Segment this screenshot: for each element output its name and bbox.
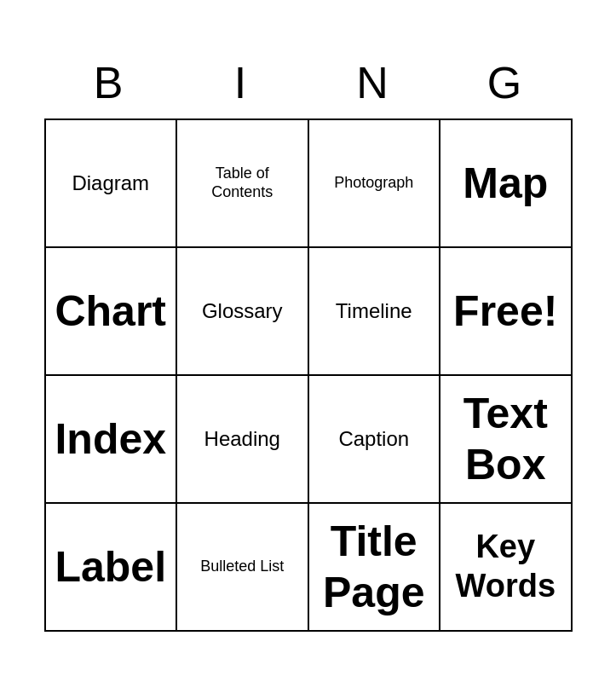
header-letter-g: G xyxy=(440,50,573,115)
bingo-cell-r3-c0[interactable]: Label xyxy=(46,504,178,632)
cell-text-r0-c2: Photograph xyxy=(334,174,413,193)
bingo-cell-r0-c2[interactable]: Photograph xyxy=(309,120,441,248)
bingo-cell-r3-c3[interactable]: Key Words xyxy=(440,504,573,632)
header-letter-b: B xyxy=(44,50,176,115)
cell-text-r2-c3: Text Box xyxy=(447,388,564,490)
cell-text-r1-c2: Timeline xyxy=(336,299,412,324)
cell-text-r3-c3: Key Words xyxy=(447,528,564,605)
cell-text-r2-c2: Caption xyxy=(338,427,409,452)
bingo-cell-r2-c1[interactable]: Heading xyxy=(177,376,309,504)
cell-text-r0-c0: Diagram xyxy=(72,171,149,196)
header-letter-n: N xyxy=(308,50,440,115)
header-letter-i: I xyxy=(176,50,308,115)
bingo-cell-r1-c0[interactable]: Chart xyxy=(46,248,178,376)
cell-text-r2-c0: Index xyxy=(55,413,166,465)
bingo-cell-r1-c2[interactable]: Timeline xyxy=(309,248,441,376)
bingo-card: BING DiagramTable of ContentsPhotographM… xyxy=(36,42,581,640)
cell-text-r3-c0: Label xyxy=(55,541,166,592)
cell-text-r1-c3: Free! xyxy=(453,286,557,337)
bingo-cell-r2-c3[interactable]: Text Box xyxy=(440,376,573,504)
bingo-cell-r0-c3[interactable]: Map xyxy=(440,120,573,248)
cell-text-r3-c2: Title Page xyxy=(316,516,433,618)
cell-text-r1-c0: Chart xyxy=(55,286,166,337)
bingo-header: BING xyxy=(44,50,573,115)
cell-text-r0-c1: Table of Contents xyxy=(184,165,301,201)
bingo-cell-r0-c0[interactable]: Diagram xyxy=(46,120,178,248)
cell-text-r2-c1: Heading xyxy=(204,427,280,452)
cell-text-r3-c1: Bulleted List xyxy=(200,558,284,576)
bingo-cell-r2-c0[interactable]: Index xyxy=(46,376,178,504)
bingo-cell-r3-c2[interactable]: Title Page xyxy=(309,504,441,632)
bingo-grid: DiagramTable of ContentsPhotographMapCha… xyxy=(44,118,573,632)
cell-text-r1-c1: Glossary xyxy=(202,299,283,324)
cell-text-r0-c3: Map xyxy=(463,158,548,209)
bingo-cell-r1-c3[interactable]: Free! xyxy=(440,248,573,376)
bingo-cell-r1-c1[interactable]: Glossary xyxy=(177,248,309,376)
bingo-cell-r3-c1[interactable]: Bulleted List xyxy=(177,504,309,632)
bingo-cell-r2-c2[interactable]: Caption xyxy=(309,376,441,504)
bingo-cell-r0-c1[interactable]: Table of Contents xyxy=(177,120,309,248)
